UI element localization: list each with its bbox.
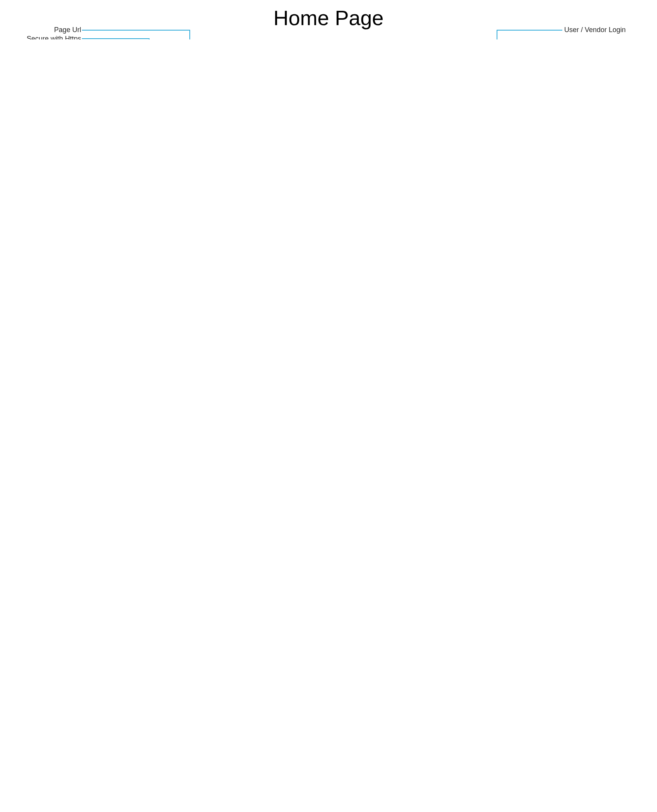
ann-page-url: Page Url [0, 26, 81, 34]
page-heading: Home Page [0, 0, 657, 39]
ann-secure-https: Secure with Https [0, 35, 81, 39]
ann-user-login: User / Vendor Login [564, 26, 626, 34]
